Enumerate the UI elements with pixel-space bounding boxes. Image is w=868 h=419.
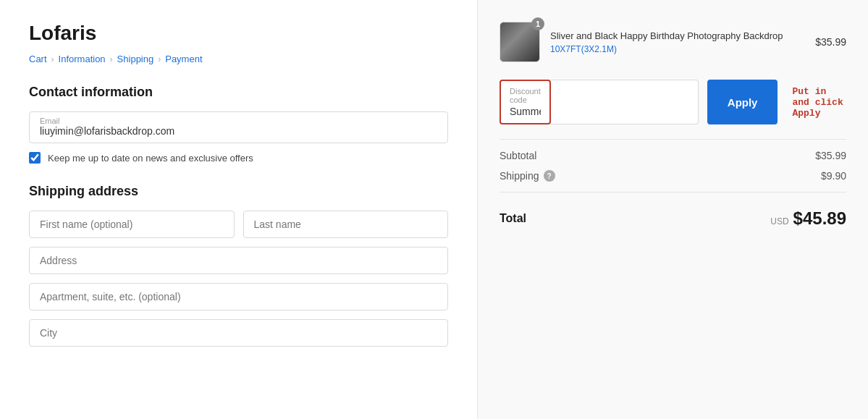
breadcrumb-shipping[interactable]: Shipping xyxy=(117,54,154,64)
discount-code-wrapper[interactable]: Discount code xyxy=(500,80,551,124)
total-amount: USD $45.89 xyxy=(770,208,846,229)
apartment-group xyxy=(29,283,448,310)
shipping-help-icon[interactable]: ? xyxy=(544,170,555,182)
breadcrumb-sep-2: › xyxy=(110,54,113,64)
subtotal-value: $35.99 xyxy=(815,150,846,161)
shipping-label: Shipping xyxy=(500,170,539,182)
apartment-input[interactable] xyxy=(29,283,448,310)
contact-section-title: Contact information xyxy=(29,85,448,100)
breadcrumb: Cart › Information › Shipping › Payment xyxy=(29,54,448,64)
newsletter-label: Keep me up to date on news and exclusive… xyxy=(48,153,253,164)
divider-1 xyxy=(500,139,846,140)
shipping-value: $9.90 xyxy=(821,170,846,182)
discount-extra-input[interactable] xyxy=(551,80,699,124)
divider-2 xyxy=(500,192,846,192)
product-badge: 1 xyxy=(531,17,544,30)
last-name-input[interactable] xyxy=(243,211,449,238)
product-name: Sliver and Black Happy Birthday Photogra… xyxy=(550,30,805,43)
shipping-section-title: Shipping address xyxy=(29,184,448,199)
discount-row-container: Discount code Apply Put in and click App… xyxy=(500,80,846,124)
total-currency: USD xyxy=(770,216,788,227)
apply-button[interactable]: Apply xyxy=(707,80,778,124)
city-group xyxy=(29,319,448,347)
total-value: $45.89 xyxy=(793,208,846,229)
product-row: 1 Sliver and Black Happy Birthday Photog… xyxy=(500,22,846,62)
breadcrumb-cart[interactable]: Cart xyxy=(29,54,47,64)
email-input[interactable] xyxy=(40,125,437,137)
right-panel: 1 Sliver and Black Happy Birthday Photog… xyxy=(478,0,868,419)
discount-code-input[interactable] xyxy=(510,106,541,117)
product-price: $35.99 xyxy=(815,36,846,48)
subtotal-row: Subtotal $35.99 xyxy=(500,145,846,166)
email-field-wrapper: Email xyxy=(29,111,448,143)
product-thumb-wrapper: 1 xyxy=(500,22,540,62)
discount-annotation: Put in and click Apply xyxy=(792,86,846,119)
subtotal-label: Subtotal xyxy=(500,150,536,161)
left-panel: Lofaris Cart › Information › Shipping › … xyxy=(0,0,478,419)
breadcrumb-sep-1: › xyxy=(51,54,54,64)
discount-code-label: Discount code xyxy=(510,87,541,104)
address-group xyxy=(29,247,448,274)
address-input[interactable] xyxy=(29,247,448,274)
breadcrumb-information[interactable]: Information xyxy=(59,54,106,64)
name-row xyxy=(29,211,448,238)
email-label: Email xyxy=(40,117,60,125)
breadcrumb-payment[interactable]: Payment xyxy=(165,54,202,64)
shipping-label-group: Shipping ? xyxy=(500,170,555,182)
first-name-input[interactable] xyxy=(29,211,235,238)
total-label: Total xyxy=(500,212,526,225)
shipping-row: Shipping ? $9.90 xyxy=(500,166,846,186)
newsletter-row: Keep me up to date on news and exclusive… xyxy=(29,152,448,164)
newsletter-checkbox[interactable] xyxy=(29,152,41,164)
product-info: Sliver and Black Happy Birthday Photogra… xyxy=(550,30,805,54)
product-variant: 10X7FT(3X2.1M) xyxy=(550,44,805,54)
breadcrumb-sep-3: › xyxy=(158,54,161,64)
brand-logo: Lofaris xyxy=(29,22,448,45)
discount-input-group: Discount code Apply xyxy=(500,80,778,124)
city-input[interactable] xyxy=(29,319,448,347)
total-row: Total USD $45.89 xyxy=(500,198,846,233)
